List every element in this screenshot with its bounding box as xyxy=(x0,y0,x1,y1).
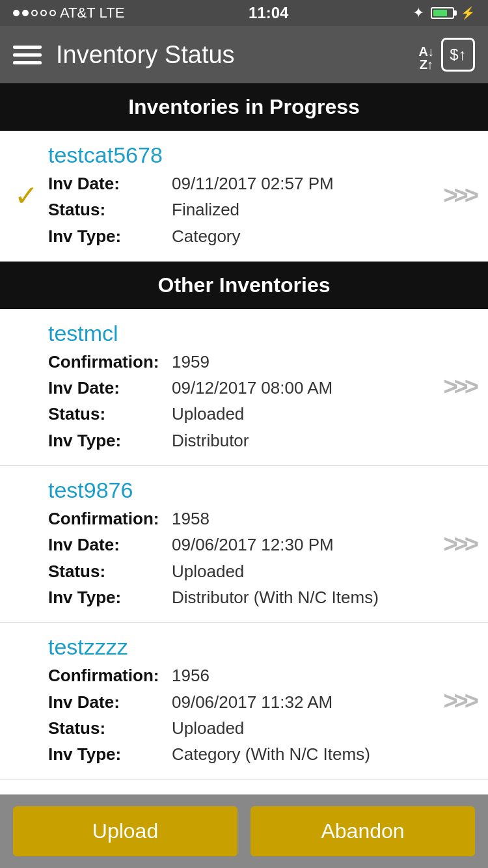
item-name: testcat5678 xyxy=(48,142,434,168)
status-value: Uploaded xyxy=(172,715,244,741)
page-title: Inventory Status xyxy=(56,41,419,69)
status-value: Uploaded xyxy=(172,558,244,584)
item-name: testzzzz xyxy=(48,634,434,660)
hamburger-menu-button[interactable] xyxy=(13,46,42,64)
inv-type-row: Inv Type:Distributor xyxy=(48,427,434,454)
inv-date-row: Inv Date:09/06/2017 12:30 PM xyxy=(48,532,434,558)
item-name: test9876 xyxy=(48,478,434,503)
checkmark-icon: ✓ xyxy=(13,179,39,212)
confirmation-value: 1956 xyxy=(172,662,210,688)
confirmation-row: Confirmation:1958 xyxy=(48,506,434,532)
confirmation-value: 1958 xyxy=(172,506,210,532)
item-details: testmclConfirmation:1959Inv Date:09/12/2… xyxy=(48,321,434,454)
battery-icon xyxy=(431,7,454,19)
chevron-right-icon: >>> xyxy=(443,530,475,558)
nav-actions: A↓ Z↑ $↑ xyxy=(419,38,475,72)
inv-date-value: 09/12/2017 08:00 AM xyxy=(172,375,332,401)
inv-date-label: Inv Date: xyxy=(48,170,172,197)
nav-bar: Inventory Status A↓ Z↑ $↑ xyxy=(0,26,488,83)
inv-type-value: Distributor xyxy=(172,427,249,454)
confirmation-row: Confirmation:1956 xyxy=(48,662,434,688)
chevron-right-icon: >>> xyxy=(443,182,475,210)
inv-date-label: Inv Date: xyxy=(48,689,172,715)
carrier-label: AT&T xyxy=(60,5,96,21)
chevron-right-icon: >>> xyxy=(443,687,475,715)
network-label: LTE xyxy=(100,5,125,21)
section-header-other: Other Inventories xyxy=(0,262,488,309)
confirmation-row: Confirmation:1959 xyxy=(48,349,434,375)
time-label: 11:04 xyxy=(249,4,288,22)
inv-type-value: Category xyxy=(172,223,241,249)
status-label: Status: xyxy=(48,558,172,584)
inv-date-label: Inv Date: xyxy=(48,375,172,401)
bluetooth-icon: ✦ xyxy=(413,5,424,21)
status-row: Status:Uploaded xyxy=(48,558,434,584)
item-details: testcat5678Inv Date:09/11/2017 02:57 PMS… xyxy=(48,142,434,249)
signal-icon xyxy=(13,10,56,16)
status-icons: ✦ ⚡ xyxy=(413,5,475,21)
confirmation-label: Confirmation: xyxy=(48,349,172,375)
status-row: Status:Finalized xyxy=(48,197,434,223)
cloud-upload-button[interactable]: $↑ xyxy=(441,38,475,72)
status-label: Status: xyxy=(48,715,172,741)
list-item[interactable]: test9876Confirmation:1958Inv Date:09/06/… xyxy=(0,466,488,623)
item-details: testzzzzConfirmation:1956Inv Date:09/06/… xyxy=(48,634,434,767)
list-item[interactable]: testmclConfirmation:1959Inv Date:09/12/2… xyxy=(0,309,488,466)
inv-date-label: Inv Date: xyxy=(48,532,172,558)
list-item[interactable]: testzzzzConfirmation:1956Inv Date:09/06/… xyxy=(0,623,488,780)
status-value: Finalized xyxy=(172,197,239,223)
inv-type-label: Inv Type: xyxy=(48,741,172,767)
status-value: Uploaded xyxy=(172,401,244,427)
bottom-toolbar: Upload Abandon xyxy=(0,794,488,868)
status-row: Status:Uploaded xyxy=(48,715,434,741)
status-label: Status: xyxy=(48,197,172,223)
upload-button[interactable]: Upload xyxy=(13,806,237,856)
chevron-right-icon: >>> xyxy=(443,373,475,401)
abandon-button[interactable]: Abandon xyxy=(251,806,475,856)
status-bar: AT&T LTE 11:04 ✦ ⚡ xyxy=(0,0,488,26)
confirmation-label: Confirmation: xyxy=(48,662,172,688)
inv-date-row: Inv Date:09/12/2017 08:00 AM xyxy=(48,375,434,401)
carrier-info: AT&T LTE xyxy=(13,5,124,21)
section-title-in-progress: Inventories in Progress xyxy=(13,95,475,119)
inv-type-label: Inv Type: xyxy=(48,584,172,610)
inv-date-value: 09/06/2017 12:30 PM xyxy=(172,532,334,558)
inv-type-row: Inv Type:Category (With N/C Items) xyxy=(48,741,434,767)
confirmation-label: Confirmation: xyxy=(48,506,172,532)
list-item[interactable]: ✓testcat5678Inv Date:09/11/2017 02:57 PM… xyxy=(0,131,488,262)
inv-date-value: 09/11/2017 02:57 PM xyxy=(172,170,334,197)
item-details: test9876Confirmation:1958Inv Date:09/06/… xyxy=(48,478,434,610)
inv-date-row: Inv Date:09/06/2017 11:32 AM xyxy=(48,689,434,715)
inv-type-label: Inv Type: xyxy=(48,427,172,454)
status-row: Status:Uploaded xyxy=(48,401,434,427)
section-header-in-progress: Inventories in Progress xyxy=(0,83,488,131)
sort-az-button[interactable]: A↓ Z↑ xyxy=(419,38,433,71)
inv-type-value: Category (With N/C Items) xyxy=(172,741,370,767)
inv-type-row: Inv Type:Category xyxy=(48,223,434,249)
inv-type-label: Inv Type: xyxy=(48,223,172,249)
status-label: Status: xyxy=(48,401,172,427)
inv-type-row: Inv Type:Distributor (With N/C Items) xyxy=(48,584,434,610)
inv-date-row: Inv Date:09/11/2017 02:57 PM xyxy=(48,170,434,197)
item-name: testmcl xyxy=(48,321,434,346)
confirmation-value: 1959 xyxy=(172,349,210,375)
content-area: Inventories in Progress✓testcat5678Inv D… xyxy=(0,83,488,868)
inv-date-value: 09/06/2017 11:32 AM xyxy=(172,689,332,715)
section-title-other: Other Inventories xyxy=(13,273,475,297)
charging-icon: ⚡ xyxy=(461,6,475,20)
inv-type-value: Distributor (With N/C Items) xyxy=(172,584,379,610)
